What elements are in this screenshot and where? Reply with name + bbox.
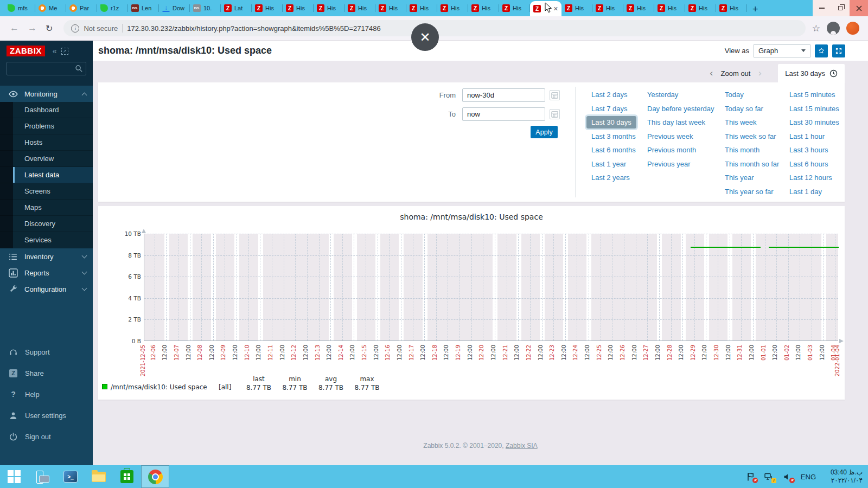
taskbar-app-start[interactable]: [0, 465, 28, 488]
zabbix-logo[interactable]: ZABBIX: [7, 46, 45, 56]
quick-range-link[interactable]: Previous month: [647, 146, 714, 154]
browser-tab[interactable]: ZHis: [437, 0, 468, 16]
taskbar-app-chrome[interactable]: [141, 465, 169, 488]
quick-range-link[interactable]: Last 30 minutes: [789, 119, 839, 126]
quick-range-link[interactable]: Last 1 hour: [789, 133, 839, 140]
reload-icon[interactable]: ↻: [46, 23, 53, 34]
quick-range-link[interactable]: Last 6 months: [591, 146, 636, 154]
minimize-button[interactable]: [813, 0, 831, 16]
quick-range-link[interactable]: Previous week: [647, 133, 714, 140]
quick-range-link[interactable]: Yesterday: [647, 91, 714, 99]
view-as-select[interactable]: Graph: [754, 44, 810, 57]
back-icon[interactable]: ←: [10, 23, 19, 34]
browser-tab[interactable]: ZHis: [252, 0, 283, 16]
quick-range-link[interactable]: Last 2 years: [591, 174, 636, 182]
apply-button[interactable]: Apply: [531, 126, 558, 138]
quick-range-selected[interactable]: Last 30 days: [586, 116, 636, 129]
quick-range-link[interactable]: Last 2 days: [591, 91, 636, 99]
browser-tab[interactable]: Par: [66, 0, 97, 16]
keyboard-language[interactable]: ENG: [801, 473, 816, 481]
footer-link[interactable]: Zabbix SIA: [506, 442, 538, 450]
quick-range-link[interactable]: Today so far: [725, 105, 779, 113]
volume-muted-icon[interactable]: ✕: [782, 471, 793, 482]
browser-tab[interactable]: ZHis: [592, 0, 623, 16]
browser-tab[interactable]: ZHis: [623, 0, 654, 16]
quick-range-link[interactable]: Last 15 minutes: [789, 105, 839, 113]
browser-tab[interactable]: Me: [35, 0, 66, 16]
sidebar-item-user-settings[interactable]: User settings: [0, 408, 93, 423]
sidebar-item-help[interactable]: ?Help: [0, 387, 93, 402]
action-center-flag-icon[interactable]: ✕: [745, 471, 756, 482]
site-info-icon[interactable]: i: [71, 24, 79, 33]
sidebar-item-monitoring[interactable]: Monitoring: [0, 86, 93, 102]
sidebar-subitem-problems[interactable]: Problems: [0, 118, 93, 134]
quick-range-link[interactable]: This month: [725, 146, 779, 154]
sidebar-subitem-maps[interactable]: Maps: [0, 200, 93, 216]
browser-tab[interactable]: r1z: [97, 0, 128, 16]
zoom-out-button[interactable]: Zoom out: [721, 69, 751, 78]
quick-range-link[interactable]: Last 5 minutes: [789, 91, 839, 99]
sidebar-item-inventory[interactable]: Inventory: [0, 248, 93, 265]
taskbar-app-store[interactable]: [113, 465, 141, 488]
close-window-button[interactable]: [850, 0, 868, 16]
browser-tab[interactable]: ZHis: [314, 0, 344, 16]
browser-tab[interactable]: DO.Len: [128, 0, 159, 16]
network-icon[interactable]: !: [764, 471, 775, 482]
graph-plot-area[interactable]: [144, 234, 838, 341]
browser-update-icon[interactable]: [846, 22, 859, 35]
to-input[interactable]: [462, 107, 545, 121]
new-tab-button[interactable]: +: [752, 4, 758, 14]
sidebar-item-configuration[interactable]: Configuration: [0, 281, 93, 297]
time-range-tab[interactable]: Last 30 days: [778, 64, 845, 82]
quick-range-link[interactable]: Day before yesterday: [647, 105, 714, 113]
taskbar-clock[interactable]: 03:40 ب.ظ ۲۰۲۲/۰۱/۰۴: [824, 468, 863, 485]
quick-range-link[interactable]: This month so far: [725, 160, 779, 168]
quick-range-link[interactable]: This year: [725, 174, 779, 182]
restore-button[interactable]: [831, 0, 850, 16]
taskbar-app-file-explorer[interactable]: [85, 465, 113, 488]
quick-range-link[interactable]: This year so far: [725, 188, 779, 196]
sidebar-subitem-overview[interactable]: Overview: [0, 151, 93, 167]
profile-avatar[interactable]: [827, 22, 840, 35]
quick-range-link[interactable]: Last 12 hours: [789, 174, 839, 182]
quick-range-link[interactable]: Last 30 days: [591, 119, 636, 126]
browser-tab[interactable]: ZHis: [685, 0, 716, 16]
browser-tab[interactable]: DO.10.: [190, 0, 221, 16]
time-back-icon[interactable]: ‹: [702, 68, 721, 79]
quick-range-link[interactable]: Last 1 day: [789, 188, 839, 196]
forward-icon[interactable]: →: [28, 23, 37, 34]
sidebar-subitem-services[interactable]: Services: [0, 232, 93, 248]
sidebar-item-sign-out[interactable]: Sign out: [0, 429, 93, 444]
tab-close-icon[interactable]: ✕: [553, 6, 558, 11]
taskbar-app-server-manager[interactable]: [28, 465, 56, 488]
sidebar-item-share[interactable]: ZShare: [0, 365, 93, 381]
quick-range-link[interactable]: Today: [725, 91, 779, 99]
from-calendar-button[interactable]: [550, 90, 560, 100]
browser-tab[interactable]: ZHis: [561, 0, 592, 16]
browser-tab[interactable]: ZHis: [468, 0, 499, 16]
browser-tab[interactable]: ZHis: [406, 0, 437, 16]
quick-range-link[interactable]: Last 3 hours: [789, 146, 839, 154]
quick-range-link[interactable]: This week so far: [725, 133, 779, 140]
sidebar-subitem-screens[interactable]: Screens: [0, 183, 93, 200]
sidebar-search-input[interactable]: [7, 62, 86, 75]
browser-tab[interactable]: ZHis: [344, 0, 375, 16]
browser-tab[interactable]: ZHis: [375, 0, 406, 16]
quick-range-link[interactable]: This week: [725, 119, 779, 126]
sidebar-item-support[interactable]: Support: [0, 344, 93, 359]
browser-tab[interactable]: ZHis: [283, 0, 314, 16]
browser-tab[interactable]: ZHis: [654, 0, 685, 16]
quick-range-link[interactable]: Last 1 year: [591, 160, 636, 168]
collapse-sidebar-icon[interactable]: «: [53, 47, 57, 55]
sidebar-subitem-dashboard[interactable]: Dashboard: [0, 102, 93, 118]
sidebar-subitem-hosts[interactable]: Hosts: [0, 134, 93, 151]
browser-tab[interactable]: mfs: [4, 0, 35, 16]
sidebar-item-reports[interactable]: Reports: [0, 265, 93, 281]
kiosk-mode-button[interactable]: [832, 44, 845, 57]
taskbar-app-powershell[interactable]: >_: [56, 465, 85, 488]
quick-range-link[interactable]: Previous year: [647, 160, 714, 168]
time-forward-icon[interactable]: ›: [750, 68, 769, 79]
to-calendar-button[interactable]: [550, 109, 560, 119]
bookmark-star-icon[interactable]: ☆: [812, 23, 820, 34]
quick-range-link[interactable]: This day last week: [647, 119, 714, 126]
